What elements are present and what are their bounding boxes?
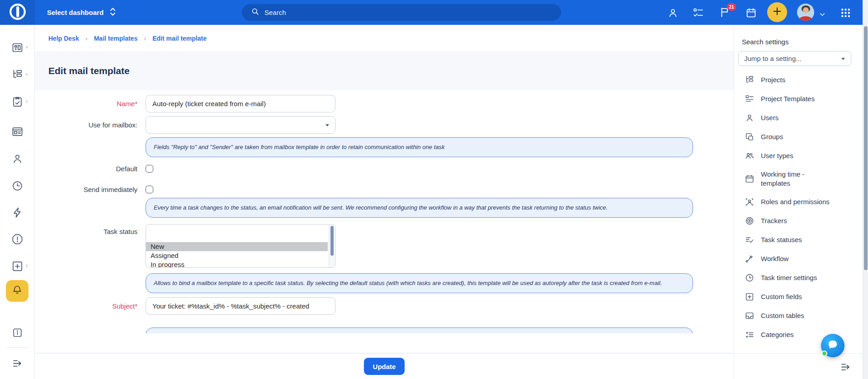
select-dashboard-button[interactable]: Select dashboard	[47, 0, 117, 25]
sidebar-item-tasks[interactable]: ›	[0, 95, 35, 108]
settings-item-workflow[interactable]: Workflow	[742, 249, 857, 268]
app-window: Select dashboard Search 21	[0, 0, 868, 379]
settings-item-label: Workflow	[761, 254, 788, 263]
live-chat-button[interactable]	[821, 334, 844, 357]
profile-icon[interactable]	[667, 7, 679, 19]
global-search-input[interactable]: Search	[242, 4, 561, 21]
use-for-mailbox-select[interactable]	[146, 116, 335, 134]
user-avatar[interactable]	[797, 4, 814, 21]
window-scrollbar	[863, 0, 868, 379]
subject-label: Subject*	[35, 302, 137, 310]
task-status-label: Task status	[35, 228, 137, 235]
groups-icon	[745, 132, 755, 142]
settings-item-label: Groups	[761, 132, 783, 141]
settings-item-label: Project Templates	[761, 94, 815, 103]
settings-item-trackers[interactable]: Trackers	[742, 211, 857, 230]
task-status-option-blank[interactable]	[146, 233, 335, 242]
task-status-options: New Assigned In progress Testing	[146, 225, 335, 268]
sidebar-item-issues[interactable]	[0, 232, 35, 246]
send-immediately-checkbox[interactable]	[146, 186, 153, 193]
settings-item-label: Working time - templates	[761, 170, 811, 188]
settings-item-label: Categories	[761, 330, 794, 339]
profile-chevron-down-icon[interactable]	[818, 9, 826, 20]
settings-item-task-statuses[interactable]: Task statuses	[742, 230, 857, 249]
sidebar-item-crm[interactable]	[0, 125, 35, 138]
name-label: Name*	[35, 100, 137, 108]
window-scrollbar-thumb[interactable]	[864, 26, 868, 270]
workflow-icon	[745, 254, 755, 264]
sidebar-item-time-tracking[interactable]	[0, 179, 35, 192]
chat-bubble-icon	[827, 339, 839, 352]
settings-item-user-types[interactable]: User types	[742, 146, 857, 165]
settings-item-label: Task timer settings	[761, 273, 817, 282]
custom-tables-icon	[745, 311, 755, 321]
sort-chevrons-icon	[109, 6, 117, 19]
settings-item-project-templates[interactable]: Project Templates	[742, 89, 857, 108]
breadcrumb: Help Desk › Mail templates › Edit mail t…	[35, 25, 734, 52]
settings-item-working-time-templates[interactable]: Working time - templates	[742, 165, 857, 192]
settings-item-custom-tables[interactable]: Custom tables	[742, 306, 857, 325]
tasks-checklist-icon[interactable]	[692, 7, 704, 19]
settings-panel-footer	[734, 353, 863, 379]
breadcrumb-help-desk[interactable]: Help Desk	[48, 35, 79, 42]
projects-icon	[745, 75, 755, 85]
breadcrumb-separator: ›	[85, 34, 88, 42]
send-immediately-label: Send immediately	[35, 186, 137, 193]
sidebar-item-add-apps[interactable]: ›	[0, 259, 35, 273]
sidebar-item-automation[interactable]	[0, 206, 35, 219]
breadcrumb-separator: ›	[144, 34, 146, 42]
settings-item-users[interactable]: Users	[742, 108, 857, 127]
update-button[interactable]: Update	[364, 358, 405, 375]
settings-item-label: User types	[761, 151, 793, 160]
use-for-mailbox-label: Use for mailbox:	[35, 121, 137, 129]
subject-input[interactable]: Your ticket: #%task_id% - %task_subject%…	[146, 297, 335, 315]
app-sidebar: › › › ›	[0, 25, 35, 379]
roles-permissions-icon	[745, 197, 755, 207]
listbox-scrollbar-thumb[interactable]	[330, 226, 334, 256]
breadcrumb-mail-templates[interactable]: Mail templates	[94, 35, 137, 42]
sidebar-item-contacts[interactable]	[0, 152, 35, 165]
name-input[interactable]: Auto-reply (ticket created from e-mail)	[146, 95, 335, 112]
task-status-option-assigned[interactable]: Assigned	[146, 251, 335, 260]
subject-info-note: Subject must contain task id template %t…	[146, 328, 693, 333]
settings-panel-title: Search settings	[742, 38, 788, 46]
settings-item-label: Roles and permissions	[761, 197, 830, 206]
task-statuses-icon	[745, 235, 755, 245]
sidebar-item-dashboard[interactable]: ›	[0, 41, 35, 54]
sidebar-item-info[interactable]	[0, 326, 35, 339]
task-status-listbox[interactable]: New Assigned In progress Testing	[146, 224, 335, 268]
calendar-icon[interactable]	[745, 7, 757, 19]
categories-icon	[745, 330, 755, 340]
default-checkbox[interactable]	[146, 165, 153, 173]
sidebar-item-projects[interactable]: ›	[0, 68, 35, 81]
settings-item-label: Custom fields	[761, 292, 802, 301]
chevron-right-icon: ›	[26, 98, 28, 104]
collapse-panel-icon[interactable]	[840, 361, 852, 375]
breadcrumb-edit-mail-template[interactable]: Edit mail template	[152, 35, 207, 42]
app-logo[interactable]	[0, 0, 35, 25]
settings-item-custom-fields[interactable]: Custom fields	[742, 287, 857, 306]
settings-item-roles-permissions[interactable]: Roles and permissions	[742, 192, 857, 211]
working-time-icon	[745, 174, 755, 184]
jump-to-setting-select[interactable]: Jump to a setting...	[738, 51, 851, 66]
sidebar-item-notifications-active[interactable]	[6, 280, 28, 302]
settings-item-projects[interactable]: Projects	[742, 70, 857, 89]
settings-item-task-timer-settings[interactable]: Task timer settings	[742, 268, 857, 287]
send-immediately-row: Send immediately	[35, 186, 734, 193]
users-icon	[745, 113, 755, 123]
sidebar-divider	[6, 347, 28, 348]
expand-sidebar-button[interactable]	[0, 357, 35, 371]
plus-icon	[772, 6, 783, 19]
task-status-option-new[interactable]: New	[146, 242, 328, 251]
create-new-button[interactable]	[767, 2, 787, 22]
apps-grid-icon[interactable]	[840, 7, 851, 19]
settings-list: Projects Project Templates Users Groups	[742, 70, 857, 344]
settings-item-groups[interactable]: Groups	[742, 127, 857, 146]
chat-online-dot	[821, 351, 827, 356]
topbar: Select dashboard Search 21	[0, 0, 868, 25]
task-status-option-in-progress[interactable]: In progress	[146, 260, 335, 268]
settings-item-label: Projects	[761, 75, 785, 84]
trackers-icon	[745, 216, 755, 226]
chevron-right-icon: ›	[26, 71, 28, 77]
activity-flag-icon[interactable]: 21	[719, 6, 731, 19]
